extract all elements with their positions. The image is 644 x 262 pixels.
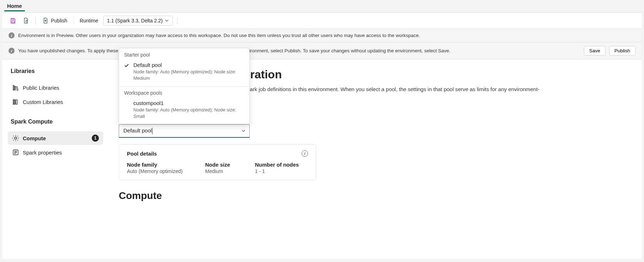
runtime-label: Runtime xyxy=(78,18,100,23)
dropdown-group-workspace: Workspace pools xyxy=(119,87,249,97)
tab-home[interactable]: Home xyxy=(4,1,25,11)
sidebar-item-label: Compute xyxy=(23,135,46,141)
node-size-label: Node size xyxy=(205,162,241,168)
window-tab-strip: Home xyxy=(0,0,644,11)
svg-rect-1 xyxy=(12,21,14,23)
node-family-label: Node family xyxy=(127,162,191,168)
content-pane: uration Spark job definitions in this en… xyxy=(109,59,642,259)
node-family-value: Auto (Memory optimized) xyxy=(127,168,191,174)
runtime-value: 1.1 (Spark 3.3, Delta 2.2) xyxy=(107,18,163,23)
pool-details-card: Pool details i Node family Auto (Memory … xyxy=(119,144,316,180)
pool-details-title: Pool details xyxy=(127,151,302,157)
sidebar-item-label: Spark properties xyxy=(23,150,62,156)
info-icon: i xyxy=(9,32,15,38)
dropdown-item-subtitle: Node family: Auto (Memory optimized); No… xyxy=(133,107,244,120)
toolbar-divider xyxy=(177,17,177,25)
unpublished-banner-text: You have unpublished changes. To apply t… xyxy=(18,48,580,53)
list-icon xyxy=(12,149,19,156)
info-icon: i xyxy=(9,48,15,54)
publish-button[interactable]: Publish xyxy=(40,16,69,25)
gear-icon xyxy=(12,135,19,142)
pool-select-wrap: Starter pool Default pool Node family: A… xyxy=(119,124,250,138)
check-icon xyxy=(124,62,131,69)
unpublished-changes-banner: i You have unpublished changes. To apply… xyxy=(2,42,642,59)
toolbar-divider xyxy=(36,17,36,25)
sidebar-item-spark-properties[interactable]: Spark properties xyxy=(8,146,103,159)
info-icon[interactable]: i xyxy=(302,150,308,157)
dropdown-item-subtitle: Node family: Auto (Memory optimized); No… xyxy=(133,69,244,82)
sidebar-section-spark-compute: Spark Compute xyxy=(11,119,103,125)
toolbar: Publish Runtime 1.1 (Spark 3.3, Delta 2.… xyxy=(2,12,642,29)
sidebar-item-custom-libraries[interactable]: Custom Libraries xyxy=(8,95,103,109)
pool-select-value: Default pool xyxy=(123,127,153,133)
compute-section-heading: Compute xyxy=(119,190,632,201)
public-libraries-icon xyxy=(12,84,19,91)
compute-changes-badge: 1 xyxy=(92,135,99,142)
banner-save-button[interactable]: Save xyxy=(584,46,606,56)
discard-icon-button[interactable] xyxy=(21,16,31,25)
svg-point-2 xyxy=(15,137,17,139)
dropdown-item-default-pool[interactable]: Default pool Node family: Auto (Memory o… xyxy=(119,59,249,86)
num-nodes-label: Number of nodes xyxy=(255,162,301,168)
page-refresh-icon xyxy=(23,17,29,24)
chevron-down-icon xyxy=(241,128,246,134)
sidebar: Libraries Public Libraries Custom Librar… xyxy=(2,59,109,259)
dropdown-group-starter: Starter pool xyxy=(119,48,249,59)
pool-select-input[interactable]: Default pool xyxy=(119,124,250,138)
chevron-down-icon xyxy=(165,19,169,23)
publish-label: Publish xyxy=(51,18,67,23)
preview-info-banner: i Environment is in Preview. Other users… xyxy=(2,29,642,42)
sidebar-item-label: Custom Libraries xyxy=(23,99,63,105)
sidebar-item-public-libraries[interactable]: Public Libraries xyxy=(8,81,103,94)
num-nodes-value: 1 - 1 xyxy=(255,168,301,174)
main: Libraries Public Libraries Custom Librar… xyxy=(2,59,642,259)
dropdown-item-title: custompool1 xyxy=(133,100,244,106)
banner-publish-button[interactable]: Publish xyxy=(609,46,635,56)
dropdown-item-title: Default pool xyxy=(133,62,244,68)
node-size-value: Medium xyxy=(205,168,241,174)
runtime-dropdown[interactable]: 1.1 (Spark 3.3, Delta 2.2) xyxy=(103,16,173,26)
pool-dropdown-list: Starter pool Default pool Node family: A… xyxy=(119,48,250,124)
sidebar-item-compute[interactable]: Compute 1 xyxy=(8,131,103,145)
sidebar-item-label: Public Libraries xyxy=(23,85,59,91)
toolbar-divider xyxy=(74,17,74,25)
save-floppy-icon xyxy=(10,17,16,24)
sidebar-section-libraries: Libraries xyxy=(11,68,103,74)
svg-rect-0 xyxy=(12,19,14,20)
custom-libraries-icon xyxy=(12,98,19,105)
dropdown-item-custompool1[interactable]: custompool1 Node family: Auto (Memory op… xyxy=(119,97,249,124)
preview-banner-text: Environment is in Preview. Other users i… xyxy=(18,33,635,38)
publish-arrow-icon xyxy=(42,17,49,24)
save-icon-button[interactable] xyxy=(8,16,18,25)
